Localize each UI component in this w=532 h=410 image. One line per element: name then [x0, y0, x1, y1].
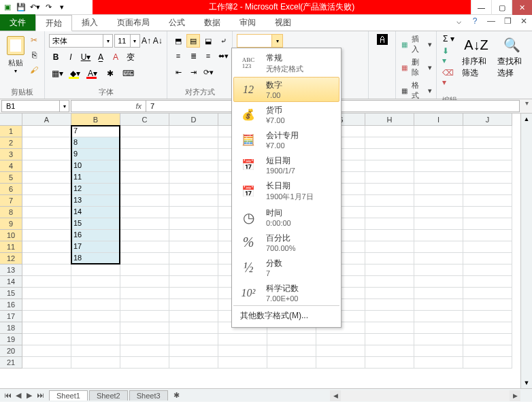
- copy-icon[interactable]: ⎘: [28, 49, 40, 61]
- cell[interactable]: [365, 149, 414, 160]
- cell[interactable]: [463, 264, 512, 276]
- cell[interactable]: [463, 218, 512, 230]
- vertical-scrollbar[interactable]: ▲ ▼: [520, 114, 532, 388]
- tab-file[interactable]: 文件: [0, 14, 35, 31]
- tab-data[interactable]: 数据: [195, 14, 230, 31]
- phonetic-button[interactable]: A̲: [94, 50, 107, 64]
- tab-page-layout[interactable]: 页面布局: [107, 14, 159, 31]
- delete-cells-button[interactable]: ▦删除▾: [400, 57, 432, 78]
- font-misc2[interactable]: ⌨: [120, 67, 136, 80]
- fx-label[interactable]: fx: [71, 101, 146, 112]
- format-cells-button[interactable]: ▦格式▾: [400, 80, 432, 101]
- font-misc1[interactable]: ✱: [102, 67, 118, 80]
- format-general[interactable]: ABC123 常规无特定格式: [233, 50, 339, 77]
- cell[interactable]: [169, 253, 218, 264]
- row-header[interactable]: 9: [0, 218, 22, 230]
- row-header[interactable]: 16: [0, 299, 22, 311]
- cell[interactable]: [22, 322, 71, 334]
- cell[interactable]: [169, 311, 218, 322]
- decrease-indent-icon[interactable]: ⇤: [171, 65, 185, 79]
- cell[interactable]: [365, 160, 414, 172]
- cell[interactable]: [22, 195, 71, 207]
- cell[interactable]: [169, 137, 218, 149]
- cut-icon[interactable]: ✂: [28, 34, 40, 46]
- cell[interactable]: 18: [71, 253, 120, 264]
- scroll-right-icon[interactable]: ▶: [510, 390, 520, 401]
- cell[interactable]: [365, 195, 414, 207]
- cell[interactable]: 12: [71, 184, 120, 195]
- cell[interactable]: [71, 322, 120, 334]
- formula-expand-icon[interactable]: ▾: [521, 99, 532, 113]
- find-select-button[interactable]: 🔍 查找和选择: [497, 34, 527, 79]
- align-bottom-icon[interactable]: ⬓: [201, 34, 215, 48]
- cell[interactable]: [169, 207, 218, 218]
- cell[interactable]: [22, 264, 71, 276]
- cell[interactable]: [22, 149, 71, 160]
- cell[interactable]: [22, 334, 71, 345]
- decrease-font-icon[interactable]: A↓: [152, 34, 163, 48]
- cell[interactable]: [365, 126, 414, 137]
- format-long-date[interactable]: 📅 长日期1900年1月7日: [233, 177, 339, 205]
- cell[interactable]: [414, 288, 463, 299]
- cell[interactable]: [120, 357, 169, 369]
- sheet-tab-1[interactable]: Sheet1: [49, 390, 88, 400]
- column-header[interactable]: D: [169, 114, 218, 126]
- cell[interactable]: [71, 299, 120, 311]
- cell[interactable]: [169, 322, 218, 334]
- cell[interactable]: [365, 172, 414, 184]
- save-icon[interactable]: 💾: [15, 1, 27, 14]
- format-accounting[interactable]: 🧮 会计专用¥7.00: [233, 127, 339, 152]
- cell[interactable]: [120, 218, 169, 230]
- align-middle-icon[interactable]: ▤: [186, 34, 200, 48]
- fill-color-button[interactable]: ◆▾: [67, 67, 83, 80]
- cell[interactable]: [169, 357, 218, 369]
- font-name-combo[interactable]: 宋体▾: [49, 34, 113, 48]
- paste-button[interactable]: 粘贴 ▾: [4, 34, 27, 75]
- tab-review[interactable]: 审阅: [230, 14, 265, 31]
- cell[interactable]: 8: [71, 137, 120, 149]
- sheet-first-icon[interactable]: ⏮: [3, 391, 12, 400]
- column-header[interactable]: I: [414, 114, 463, 126]
- cell[interactable]: [463, 230, 512, 241]
- cell[interactable]: [169, 149, 218, 160]
- sheet-tab-3[interactable]: Sheet3: [129, 390, 168, 400]
- cell[interactable]: [169, 276, 218, 288]
- cell[interactable]: [22, 207, 71, 218]
- workbook-minimize-icon[interactable]: —: [486, 16, 497, 26]
- cell[interactable]: [316, 345, 365, 357]
- cell[interactable]: [169, 230, 218, 241]
- format-currency[interactable]: 💰 货币¥7.00: [233, 102, 339, 127]
- cell[interactable]: [22, 299, 71, 311]
- cell[interactable]: [120, 126, 169, 137]
- cell[interactable]: [463, 276, 512, 288]
- cell[interactable]: [120, 184, 169, 195]
- column-header[interactable]: A: [22, 114, 71, 126]
- cell[interactable]: [22, 288, 71, 299]
- cell[interactable]: [267, 345, 316, 357]
- cell[interactable]: [414, 334, 463, 345]
- cell[interactable]: [22, 137, 71, 149]
- cell[interactable]: [414, 126, 463, 137]
- phonetic2-button[interactable]: 变: [124, 50, 137, 64]
- cell[interactable]: 15: [71, 218, 120, 230]
- cell[interactable]: [120, 264, 169, 276]
- format-short-date[interactable]: 📅 短日期1900/1/7: [233, 152, 339, 177]
- cell[interactable]: [169, 195, 218, 207]
- cell[interactable]: [218, 357, 267, 369]
- cell[interactable]: [463, 207, 512, 218]
- row-header[interactable]: 11: [0, 241, 22, 253]
- column-header[interactable]: H: [365, 114, 414, 126]
- add-sheet-icon[interactable]: ✱: [171, 391, 183, 400]
- cell[interactable]: [463, 322, 512, 334]
- column-header[interactable]: J: [463, 114, 512, 126]
- cell[interactable]: [120, 160, 169, 172]
- row-header[interactable]: 6: [0, 184, 22, 195]
- cell[interactable]: [463, 241, 512, 253]
- help-icon[interactable]: ?: [469, 16, 480, 26]
- cell[interactable]: [71, 264, 120, 276]
- wrap-text-icon[interactable]: ⤶: [216, 34, 230, 48]
- cell[interactable]: [71, 276, 120, 288]
- row-header[interactable]: 14: [0, 276, 22, 288]
- cell[interactable]: [71, 334, 120, 345]
- cell[interactable]: [463, 126, 512, 137]
